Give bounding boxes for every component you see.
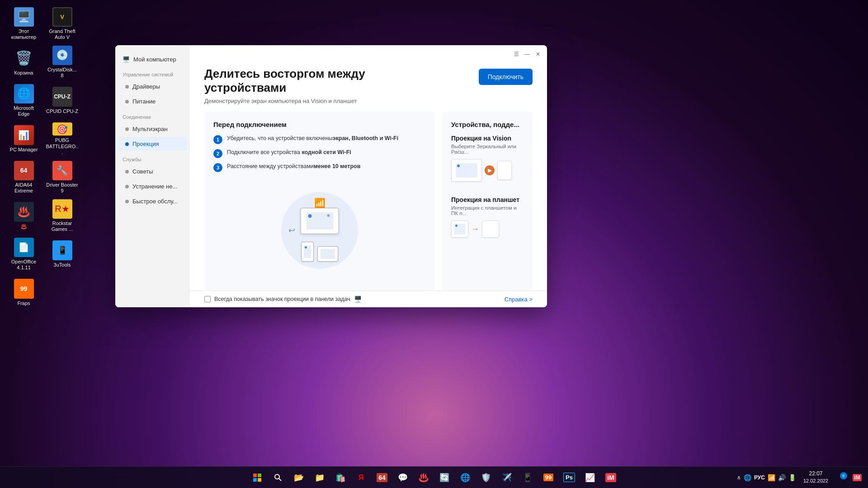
language-indicator[interactable]: РУС	[754, 474, 765, 481]
desktop-icon-recycle[interactable]: 🗑️ Корзина	[5, 43, 43, 81]
tablet-screen	[321, 249, 335, 259]
window-controls: ☰ — ✕	[513, 51, 542, 58]
security-icon: 🛡️	[481, 473, 491, 483]
taskbar-telegram-button[interactable]: ✈️	[497, 468, 517, 488]
desktop-icon-openoffice[interactable]: 📄 OpenOffice 4.1.11	[5, 235, 43, 273]
sidebar-item-multiscreen[interactable]: Мультиэкран	[118, 122, 187, 136]
my-computer-icon: 🖥️	[14, 7, 34, 27]
sidebar-item-power[interactable]: Питание	[118, 94, 187, 108]
desktop-icon-fraps[interactable]: 99 Fraps	[5, 273, 43, 312]
projection-monitor-icon: 🖥️	[354, 296, 362, 303]
phone-screen	[304, 245, 311, 258]
desktop-icon-cpuid[interactable]: CPU-Z CPUID CPU-Z	[43, 81, 81, 120]
desktop-icon-crystal[interactable]: 💿 CrystalDisk... 8	[43, 43, 81, 81]
sidebar-item-troubleshoot[interactable]: Устранение не...	[118, 179, 187, 193]
desktop-icons-area: 🖥️ Этот компьютер V Grand Theft Auto V 🗑…	[0, 0, 90, 343]
start-button[interactable]	[247, 468, 267, 488]
cpuid-icon: CPU-Z	[52, 87, 72, 107]
main-monitor-box	[301, 208, 339, 234]
taskbar-right-imindmap[interactable]: iM	[850, 470, 864, 485]
3utools-label: 3uTools	[54, 262, 71, 268]
pubg-label: PUBG BATTLEGRO...	[46, 137, 79, 155]
cards-area: Перед подключением 1 Убедитесь, что на у…	[190, 112, 547, 291]
taskbar-fraps-button[interactable]: 99	[538, 468, 558, 488]
vision-arrow-icon: ▶	[485, 165, 495, 175]
taskbar-clock[interactable]: 22:07 12.02.2022	[800, 470, 832, 484]
vision-sub: Выберите Зеркальный или Расш...	[451, 144, 524, 155]
taskbar-store-button[interactable]: 🛍️	[330, 468, 350, 488]
bottom-bar: Всегда показывать значок проекции в пане…	[190, 291, 547, 307]
desktop-icon-driver[interactable]: 🔧 Driver Booster 9	[43, 158, 81, 197]
desktop-icon-my-computer[interactable]: 🖥️ Этот компьютер	[5, 5, 43, 43]
imindmap-icon: iM	[605, 473, 616, 482]
tablet-block: Проекция на планшет Интеграция с планшет…	[451, 196, 524, 238]
tablet-device	[317, 246, 338, 262]
sidebar-item-tips[interactable]: Советы	[118, 164, 187, 178]
taskbar-photoshop-button[interactable]: Ps	[559, 468, 579, 488]
app-main-content: ☰ — ✕ Делитесь восторгом между устройств…	[190, 45, 547, 307]
taskbar-imindmap-button[interactable]: iM	[601, 468, 621, 488]
menu-icon[interactable]: ☰	[513, 51, 520, 58]
help-link[interactable]: Справка >	[505, 296, 533, 303]
taskbar-aida-button[interactable]: 64	[372, 468, 392, 488]
vision-target-device	[497, 161, 512, 180]
taskbar-antivirus-button[interactable]: 🔄	[434, 468, 454, 488]
tablet-source-box	[451, 221, 468, 238]
notification-button[interactable]: 6	[834, 470, 848, 485]
steam-taskbar-icon: ♨️	[419, 473, 429, 483]
desktop-icon-rockstar[interactable]: R★ Rockstar Games ...	[43, 197, 81, 235]
taskbar-chat-button[interactable]: 💬	[393, 468, 413, 488]
arrow-left-icon: ↩	[288, 225, 295, 235]
vision-dot-1	[457, 164, 460, 167]
sidebar-multiscreen-label: Мультиэкран	[132, 126, 168, 132]
svg-point-4	[275, 474, 279, 479]
rockstar-label: Rockstar Games ...	[46, 221, 79, 232]
desktop-icon-gta5[interactable]: V Grand Theft Auto V	[43, 5, 81, 43]
minimize-button[interactable]: —	[524, 51, 531, 58]
step-1-text: Убедитесь, что на устройстве включеныэкр…	[227, 135, 398, 143]
network-tray-icon[interactable]: 🌐	[744, 474, 751, 481]
connect-button[interactable]: Подключить	[479, 69, 533, 85]
svg-rect-1	[258, 474, 261, 477]
taskbar-steam-button[interactable]: ♨️	[414, 468, 434, 488]
taskbar-files-button[interactable]: 📂	[289, 468, 309, 488]
taskbar-yandex-button[interactable]: Я	[351, 468, 371, 488]
taskbar-edge-button[interactable]: 🌐	[455, 468, 475, 488]
page-title: Делитесь восторгом между устройствами	[204, 67, 412, 95]
desktop-icon-aida[interactable]: 64 AIDA64 Extreme	[5, 158, 43, 197]
fraps-label: Fraps	[17, 300, 30, 306]
desktop-icon-pcmanager[interactable]: 📊 PC Manager	[5, 120, 43, 158]
desktop-icon-3utools[interactable]: 📱 3uTools	[43, 235, 81, 273]
taskbar-security-button[interactable]: 🛡️	[476, 468, 496, 488]
store-icon: 🛍️	[335, 473, 345, 483]
aida-icon: 64	[14, 161, 34, 180]
openoffice-label: OpenOffice 4.1.11	[8, 259, 40, 271]
close-button[interactable]: ✕	[534, 51, 542, 58]
desktop-icon-pubg[interactable]: 🎯 PUBG BATTLEGRO...	[43, 120, 81, 158]
taskbar-excel-button[interactable]: 📈	[580, 468, 600, 488]
desktop-icon-steam[interactable]: ♨️ ♨️	[5, 197, 43, 235]
sidebar-item-projection[interactable]: Проекция	[118, 137, 187, 151]
taskbar-explorer-button[interactable]: 📁	[310, 468, 330, 488]
sidebar-section-manage: Управление системой	[115, 66, 190, 79]
sidebar-my-computer-label: Мой компьютер	[133, 56, 176, 63]
sidebar-item-quickservice[interactable]: Быстрое обслу...	[118, 194, 187, 208]
rockstar-icon: R★	[52, 199, 72, 219]
telegram-icon: ✈️	[502, 473, 512, 483]
desktop-icon-edge[interactable]: 🌐 Microsoft Edge	[5, 81, 43, 120]
sidebar-item-drivers[interactable]: Драйверы	[118, 80, 187, 94]
battery-tray-icon[interactable]: 🔋	[788, 474, 796, 481]
chat-icon: 💬	[398, 473, 408, 483]
wifi-tray-icon[interactable]: 📶	[768, 474, 775, 481]
taskbar-checkbox[interactable]	[204, 296, 211, 302]
volume-tray-icon[interactable]: 🔊	[778, 474, 786, 481]
taskbar-whatsapp-button[interactable]: 📱	[518, 468, 538, 488]
sidebar-my-computer[interactable]: 🖥️ Мой компьютер	[115, 52, 190, 66]
up-arrow-tray[interactable]: ∧	[737, 474, 741, 481]
svg-rect-3	[258, 478, 261, 482]
search-icon	[274, 474, 282, 482]
taskbar-search-button[interactable]	[268, 468, 288, 488]
vision-screen	[456, 163, 477, 178]
edge-icon: 🌐	[14, 84, 34, 103]
crystal-label: CrystalDisk... 8	[46, 67, 79, 79]
